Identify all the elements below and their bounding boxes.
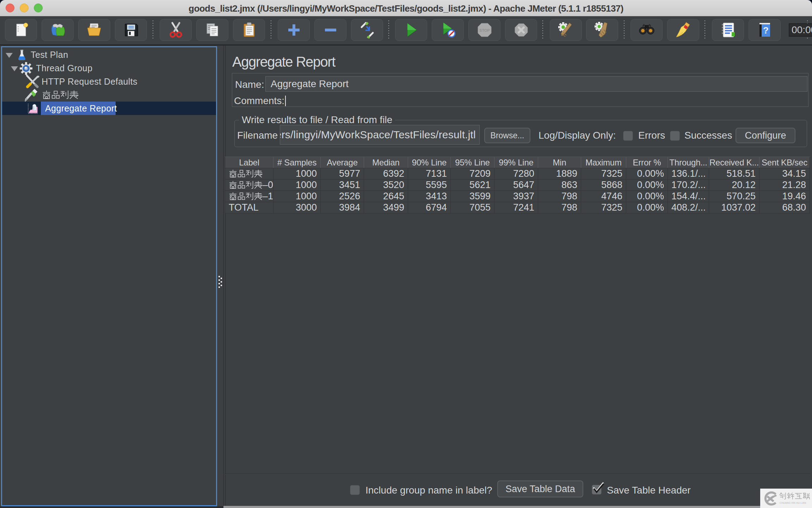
svg-text:?: ? [763,25,769,36]
svg-text:STOP: STOP [479,28,490,32]
